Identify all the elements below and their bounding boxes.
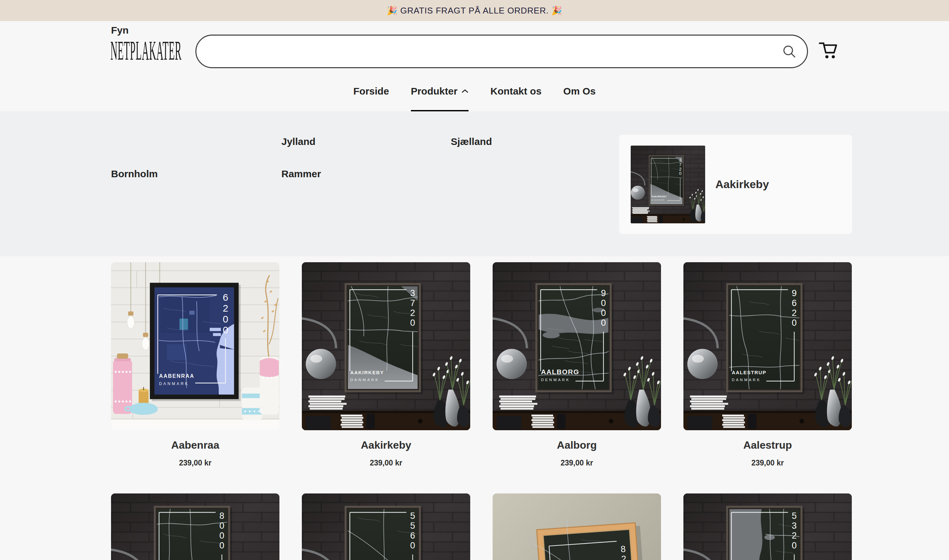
- product-title[interactable]: Aalborg: [493, 439, 661, 451]
- product-card: 9620 AALESTRUP DANMARK: [683, 262, 852, 468]
- product-image[interactable]: 8000: [111, 494, 279, 560]
- product-image[interactable]: 9620 AALESTRUP DANMARK: [683, 262, 852, 430]
- svg-text:8000: 8000: [219, 511, 224, 551]
- product-image[interactable]: 5560: [302, 494, 470, 560]
- announcement-banner: 🎉 GRATIS FRAGT PÅ ALLE ORDRER. 🎉: [0, 0, 949, 21]
- menu-link-bornholm[interactable]: Bornholm: [111, 168, 158, 180]
- nav-item-om-os[interactable]: Om Os: [563, 86, 595, 111]
- product-card: 9000 AALBORG DENMARK: [493, 262, 661, 468]
- nav-label: Forside: [353, 86, 389, 96]
- menu-link-rammer[interactable]: Rammer: [281, 168, 321, 180]
- product-image[interactable]: 5320: [683, 494, 852, 560]
- cart-button[interactable]: [818, 39, 839, 62]
- svg-text:6200: 6200: [223, 292, 228, 335]
- svg-text:5320: 5320: [792, 511, 797, 551]
- search-input[interactable]: [196, 37, 779, 66]
- product-title[interactable]: Aalestrup: [683, 439, 852, 451]
- nav-item-kontakt-os[interactable]: Kontakt os: [490, 86, 541, 111]
- svg-text:DANMARK: DANMARK: [350, 378, 380, 382]
- menu-link-sjaelland[interactable]: Sjælland: [451, 136, 492, 148]
- search-button[interactable]: [779, 41, 800, 62]
- svg-text:9000: 9000: [601, 288, 606, 328]
- nav-label: Produkter: [411, 86, 458, 96]
- product-image[interactable]: 9000 AALBORG DENMARK: [493, 262, 661, 430]
- svg-text:AABENRAA: AABENRAA: [159, 373, 194, 379]
- svg-text:AALBORG: AALBORG: [541, 368, 579, 375]
- featured-product-image: 3720 AAKIRKEBY DANMARK: [631, 146, 705, 223]
- product-image[interactable]: 8230: [493, 494, 661, 560]
- product-title[interactable]: Aakirkeby: [302, 439, 470, 451]
- svg-text:DANMARK: DANMARK: [652, 199, 665, 201]
- svg-text:AAKIRKEBY: AAKIRKEBY: [350, 369, 384, 375]
- product-grid-row-2: 8000: [111, 494, 852, 560]
- svg-text:AALESTRUP: AALESTRUP: [732, 369, 766, 375]
- product-price: 239,00 kr: [493, 458, 661, 468]
- featured-product-card[interactable]: 3720 AAKIRKEBY DANMARK: [619, 135, 852, 234]
- product-price: 239,00 kr: [683, 458, 852, 468]
- site-logo[interactable]: NETPLAKATER: [110, 38, 182, 63]
- menu-link-jylland[interactable]: Jylland: [281, 136, 315, 148]
- svg-text:3720: 3720: [679, 158, 681, 176]
- product-card: 3720 AAKIRKEBY DANMARK: [302, 262, 470, 468]
- svg-text:DENMARK: DENMARK: [541, 378, 570, 382]
- svg-text:3720: 3720: [410, 288, 415, 328]
- main-nav: Forside Produkter Kontakt os Om Os: [0, 86, 949, 111]
- product-price: 239,00 kr: [111, 458, 279, 468]
- search-bar: [196, 35, 808, 68]
- chevron-up-icon: [461, 89, 468, 93]
- product-grid: 6200 AABENRAA DANMARK Aabenraa 239,00 kr: [111, 262, 852, 468]
- product-image[interactable]: 6200 AABENRAA DANMARK: [111, 262, 279, 430]
- products-mega-menu: Fyn Jylland Sjælland Bornholm Rammer: [0, 111, 949, 256]
- nav-item-produkter[interactable]: Produkter: [411, 86, 469, 111]
- svg-text:AAKIRKEBY: AAKIRKEBY: [652, 195, 667, 198]
- search-icon: [782, 44, 797, 59]
- svg-text:9620: 9620: [792, 288, 797, 328]
- nav-item-forside[interactable]: Forside: [353, 86, 389, 111]
- announcement-text: 🎉 GRATIS FRAGT PÅ ALLE ORDRER. 🎉: [387, 6, 562, 16]
- page: 🎉 GRATIS FRAGT PÅ ALLE ORDRER. 🎉 NETPLAK…: [0, 0, 949, 560]
- svg-text:DANMARK: DANMARK: [159, 382, 189, 386]
- menu-link-fyn[interactable]: Fyn: [111, 25, 128, 36]
- cart-icon: [818, 39, 839, 62]
- nav-label: Kontakt os: [490, 86, 541, 96]
- product-price: 239,00 kr: [302, 458, 470, 468]
- product-image[interactable]: 3720 AAKIRKEBY DANMARK: [302, 262, 470, 430]
- product-title[interactable]: Aabenraa: [111, 439, 279, 451]
- svg-text:DANMARK: DANMARK: [732, 378, 761, 382]
- svg-text:5560: 5560: [410, 511, 415, 551]
- nav-label: Om Os: [563, 86, 595, 96]
- product-card: 6200 AABENRAA DANMARK Aabenraa 239,00 kr: [111, 262, 279, 468]
- featured-product-title: Aakirkeby: [715, 135, 769, 234]
